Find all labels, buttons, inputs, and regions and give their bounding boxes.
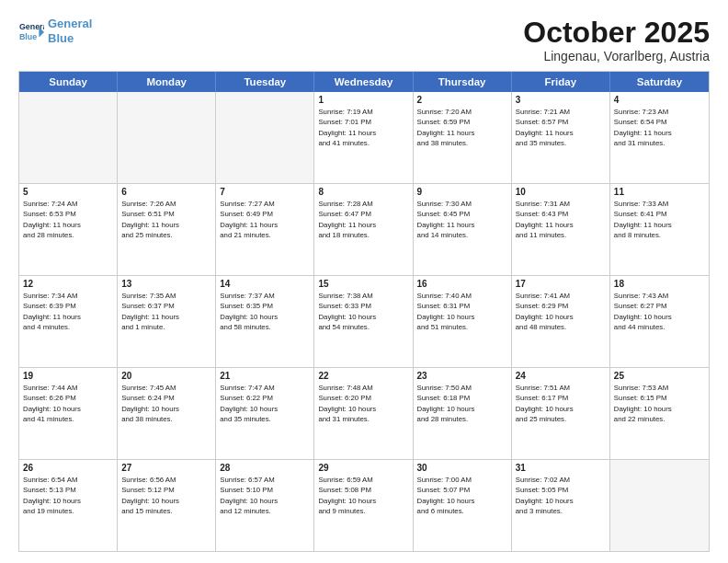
cal-cell-day-19: 19Sunrise: 7:44 AM Sunset: 6:26 PM Dayli…: [19, 368, 118, 459]
weekday-header-sunday: Sunday: [19, 72, 118, 92]
cell-info: Sunrise: 7:26 AM Sunset: 6:51 PM Dayligh…: [121, 199, 211, 240]
weekday-header-friday: Friday: [512, 72, 610, 92]
day-number: 30: [417, 463, 507, 473]
day-number: 6: [121, 187, 211, 197]
day-number: 9: [417, 187, 507, 197]
cell-info: Sunrise: 7:27 AM Sunset: 6:49 PM Dayligh…: [220, 199, 310, 240]
cal-cell-day-23: 23Sunrise: 7:50 AM Sunset: 6:18 PM Dayli…: [414, 368, 512, 459]
day-number: 1: [318, 95, 408, 105]
cal-cell-day-28: 28Sunrise: 6:57 AM Sunset: 5:10 PM Dayli…: [216, 460, 314, 551]
cell-info: Sunrise: 7:02 AM Sunset: 5:05 PM Dayligh…: [516, 475, 606, 516]
cal-cell-day-7: 7Sunrise: 7:27 AM Sunset: 6:49 PM Daylig…: [216, 184, 314, 275]
cell-info: Sunrise: 7:30 AM Sunset: 6:45 PM Dayligh…: [417, 199, 507, 240]
cell-info: Sunrise: 7:41 AM Sunset: 6:29 PM Dayligh…: [516, 291, 606, 332]
day-number: 2: [417, 95, 507, 105]
cal-cell-day-11: 11Sunrise: 7:33 AM Sunset: 6:41 PM Dayli…: [610, 184, 709, 275]
day-number: 14: [220, 279, 310, 289]
calendar: SundayMondayTuesdayWednesdayThursdayFrid…: [18, 71, 710, 552]
day-number: 28: [220, 463, 310, 473]
cal-cell-day-25: 25Sunrise: 7:53 AM Sunset: 6:15 PM Dayli…: [610, 368, 709, 459]
cal-cell-day-13: 13Sunrise: 7:35 AM Sunset: 6:37 PM Dayli…: [118, 276, 216, 367]
cell-info: Sunrise: 6:57 AM Sunset: 5:10 PM Dayligh…: [220, 475, 310, 516]
cal-cell-day-6: 6Sunrise: 7:26 AM Sunset: 6:51 PM Daylig…: [118, 184, 216, 275]
calendar-header: SundayMondayTuesdayWednesdayThursdayFrid…: [19, 72, 709, 92]
weekday-header-tuesday: Tuesday: [216, 72, 314, 92]
day-number: 7: [220, 187, 310, 197]
day-number: 31: [516, 463, 606, 473]
cell-info: Sunrise: 7:31 AM Sunset: 6:43 PM Dayligh…: [516, 199, 606, 240]
cell-info: Sunrise: 7:33 AM Sunset: 6:41 PM Dayligh…: [614, 199, 705, 240]
day-number: 23: [417, 371, 507, 381]
cell-info: Sunrise: 7:20 AM Sunset: 6:59 PM Dayligh…: [417, 107, 507, 148]
cell-info: Sunrise: 6:54 AM Sunset: 5:13 PM Dayligh…: [23, 475, 113, 516]
cal-cell-day-4: 4Sunrise: 7:23 AM Sunset: 6:54 PM Daylig…: [610, 92, 709, 183]
logo-icon: General Blue: [18, 18, 44, 44]
day-number: 25: [614, 371, 705, 381]
cell-info: Sunrise: 7:35 AM Sunset: 6:37 PM Dayligh…: [121, 291, 211, 332]
logo-line1: General: [48, 17, 92, 30]
cal-cell-empty: [610, 460, 709, 551]
cal-row-1: 5Sunrise: 7:24 AM Sunset: 6:53 PM Daylig…: [19, 184, 709, 276]
day-number: 16: [417, 279, 507, 289]
day-number: 17: [516, 279, 606, 289]
cell-info: Sunrise: 7:48 AM Sunset: 6:20 PM Dayligh…: [318, 383, 408, 424]
cal-cell-day-16: 16Sunrise: 7:40 AM Sunset: 6:31 PM Dayli…: [414, 276, 512, 367]
day-number: 15: [318, 279, 408, 289]
cell-info: Sunrise: 7:21 AM Sunset: 6:57 PM Dayligh…: [516, 107, 606, 148]
cal-cell-day-30: 30Sunrise: 7:00 AM Sunset: 5:07 PM Dayli…: [414, 460, 512, 551]
cal-row-0: 1Sunrise: 7:19 AM Sunset: 7:01 PM Daylig…: [19, 92, 709, 184]
cell-info: Sunrise: 6:56 AM Sunset: 5:12 PM Dayligh…: [121, 475, 211, 516]
day-number: 11: [614, 187, 705, 197]
header: General Blue General Blue October 2025 L…: [18, 17, 710, 63]
cell-info: Sunrise: 7:28 AM Sunset: 6:47 PM Dayligh…: [318, 199, 408, 240]
cal-cell-day-9: 9Sunrise: 7:30 AM Sunset: 6:45 PM Daylig…: [414, 184, 512, 275]
cal-cell-day-20: 20Sunrise: 7:45 AM Sunset: 6:24 PM Dayli…: [118, 368, 216, 459]
cal-cell-empty: [19, 92, 118, 183]
cal-cell-day-8: 8Sunrise: 7:28 AM Sunset: 6:47 PM Daylig…: [314, 184, 413, 275]
cell-info: Sunrise: 7:00 AM Sunset: 5:07 PM Dayligh…: [417, 475, 507, 516]
day-number: 27: [121, 463, 211, 473]
logo-line2: Blue: [48, 31, 74, 45]
cal-cell-day-26: 26Sunrise: 6:54 AM Sunset: 5:13 PM Dayli…: [19, 460, 118, 551]
cal-row-2: 12Sunrise: 7:34 AM Sunset: 6:39 PM Dayli…: [19, 276, 709, 368]
month-title: October 2025: [523, 17, 710, 49]
cell-info: Sunrise: 7:34 AM Sunset: 6:39 PM Dayligh…: [23, 291, 113, 332]
title-block: October 2025 Lingenau, Vorarlberg, Austr…: [523, 17, 710, 63]
cell-info: Sunrise: 7:50 AM Sunset: 6:18 PM Dayligh…: [417, 383, 507, 424]
day-number: 22: [318, 371, 408, 381]
weekday-header-wednesday: Wednesday: [314, 72, 413, 92]
cell-info: Sunrise: 7:40 AM Sunset: 6:31 PM Dayligh…: [417, 291, 507, 332]
weekday-header-thursday: Thursday: [414, 72, 512, 92]
logo-text: General Blue: [48, 17, 92, 45]
cell-info: Sunrise: 7:43 AM Sunset: 6:27 PM Dayligh…: [614, 291, 705, 332]
cell-info: Sunrise: 7:44 AM Sunset: 6:26 PM Dayligh…: [23, 383, 113, 424]
cal-row-4: 26Sunrise: 6:54 AM Sunset: 5:13 PM Dayli…: [19, 460, 709, 551]
cal-cell-empty: [216, 92, 314, 183]
location: Lingenau, Vorarlberg, Austria: [523, 49, 710, 63]
cell-info: Sunrise: 7:37 AM Sunset: 6:35 PM Dayligh…: [220, 291, 310, 332]
cal-cell-day-10: 10Sunrise: 7:31 AM Sunset: 6:43 PM Dayli…: [512, 184, 610, 275]
cal-cell-day-18: 18Sunrise: 7:43 AM Sunset: 6:27 PM Dayli…: [610, 276, 709, 367]
cell-info: Sunrise: 7:23 AM Sunset: 6:54 PM Dayligh…: [614, 107, 705, 148]
cal-cell-day-22: 22Sunrise: 7:48 AM Sunset: 6:20 PM Dayli…: [314, 368, 413, 459]
cal-cell-empty: [118, 92, 216, 183]
cal-cell-day-24: 24Sunrise: 7:51 AM Sunset: 6:17 PM Dayli…: [512, 368, 610, 459]
day-number: 26: [23, 463, 113, 473]
svg-text:Blue: Blue: [19, 32, 37, 41]
cal-cell-day-29: 29Sunrise: 6:59 AM Sunset: 5:08 PM Dayli…: [314, 460, 413, 551]
cell-info: Sunrise: 7:53 AM Sunset: 6:15 PM Dayligh…: [614, 383, 705, 424]
page: General Blue General Blue October 2025 L…: [0, 0, 728, 563]
cell-info: Sunrise: 7:45 AM Sunset: 6:24 PM Dayligh…: [121, 383, 211, 424]
cal-cell-day-3: 3Sunrise: 7:21 AM Sunset: 6:57 PM Daylig…: [512, 92, 610, 183]
day-number: 8: [318, 187, 408, 197]
day-number: 20: [121, 371, 211, 381]
cell-info: Sunrise: 7:24 AM Sunset: 6:53 PM Dayligh…: [23, 199, 113, 240]
cal-row-3: 19Sunrise: 7:44 AM Sunset: 6:26 PM Dayli…: [19, 368, 709, 460]
cell-info: Sunrise: 7:19 AM Sunset: 7:01 PM Dayligh…: [318, 107, 408, 148]
day-number: 3: [516, 95, 606, 105]
cal-cell-day-1: 1Sunrise: 7:19 AM Sunset: 7:01 PM Daylig…: [314, 92, 413, 183]
cal-cell-day-31: 31Sunrise: 7:02 AM Sunset: 5:05 PM Dayli…: [512, 460, 610, 551]
day-number: 21: [220, 371, 310, 381]
weekday-header-saturday: Saturday: [610, 72, 709, 92]
day-number: 13: [121, 279, 211, 289]
